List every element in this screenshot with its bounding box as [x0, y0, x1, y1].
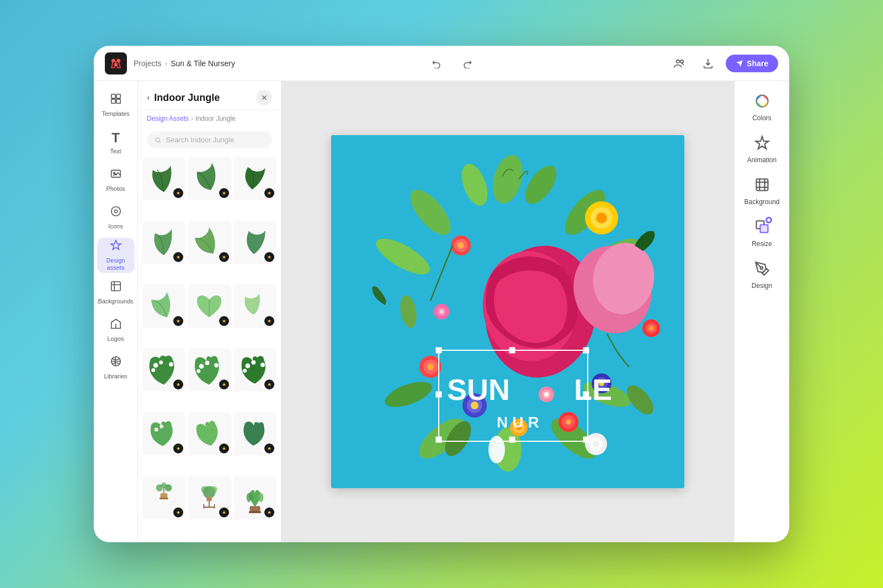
design-assets-label: Design assets: [97, 257, 135, 271]
svg-text:LE: LE: [574, 373, 612, 406]
svg-text:NUR: NUR: [497, 414, 544, 431]
asset-star[interactable]: ★: [173, 316, 183, 326]
svg-rect-110: [583, 437, 589, 442]
sidebar-item-photos[interactable]: Photos: [97, 163, 135, 198]
asset-item[interactable]: ★: [142, 221, 185, 264]
asset-item[interactable]: ★: [142, 285, 185, 328]
asset-item[interactable]: ★: [233, 221, 276, 264]
assets-grid: ★ ★ ★: [138, 153, 281, 542]
canvas-wrapper: SUN LE NUR: [331, 135, 684, 488]
svg-point-41: [210, 487, 217, 494]
asset-item[interactable]: ★: [233, 413, 276, 456]
asset-star[interactable]: ★: [219, 379, 229, 389]
asset-star[interactable]: ★: [219, 507, 229, 517]
app-window: Projects › Sun & Tile Nursery: [94, 46, 789, 542]
asset-item[interactable]: ★: [142, 413, 185, 456]
right-tool-background[interactable]: Background: [740, 172, 784, 211]
asset-item[interactable]: ★: [188, 157, 231, 200]
svg-rect-117: [756, 179, 768, 191]
asset-item[interactable]: ★: [233, 285, 276, 328]
svg-rect-114: [583, 392, 589, 397]
undo-button[interactable]: [425, 52, 448, 74]
main-content: Templates T Text Photos: [94, 81, 789, 542]
search-wrap: [147, 131, 272, 148]
svg-point-3: [114, 63, 118, 66]
breadcrumb-current[interactable]: Sun & Tile Nursery: [171, 59, 235, 68]
header: Projects › Sun & Tile Nursery: [94, 46, 789, 81]
svg-rect-113: [436, 392, 442, 397]
breadcrumb: Projects › Sun & Tile Nursery: [134, 59, 235, 68]
right-tool-animation[interactable]: Animation: [740, 130, 784, 169]
asset-star[interactable]: ★: [219, 252, 229, 262]
asset-item[interactable]: ★: [188, 349, 231, 392]
asset-item[interactable]: ★: [188, 413, 231, 456]
svg-point-22: [169, 362, 173, 367]
colors-label: Colors: [752, 114, 772, 122]
svg-point-77: [566, 419, 571, 425]
asset-star[interactable]: ★: [219, 443, 229, 453]
asset-item[interactable]: ★: [142, 349, 185, 392]
asset-item[interactable]: ★: [233, 349, 276, 392]
asset-star[interactable]: ★: [173, 252, 183, 262]
sidebar-item-backgrounds[interactable]: Backgrounds: [97, 275, 135, 311]
redo-button[interactable]: [456, 52, 478, 74]
share-label: Share: [747, 59, 768, 68]
asset-star[interactable]: ★: [264, 252, 274, 262]
right-tool-resize[interactable]: Resize: [740, 213, 784, 253]
asset-item[interactable]: ★: [142, 476, 185, 519]
svg-rect-48: [249, 511, 261, 513]
design-assets-icon: [110, 239, 122, 255]
svg-rect-112: [509, 437, 515, 442]
asset-item[interactable]: ★: [188, 476, 231, 519]
right-sidebar: Colors Animation: [734, 81, 789, 542]
svg-point-40: [201, 487, 209, 494]
asset-star[interactable]: ★: [173, 507, 183, 517]
svg-rect-107: [436, 348, 442, 353]
resize-label: Resize: [752, 240, 772, 248]
sidebar-item-libraries[interactable]: Libraries: [97, 350, 135, 386]
asset-item[interactable]: ★: [142, 157, 185, 200]
svg-point-13: [114, 210, 118, 213]
breadcrumb-indoor-jungle: Indoor Jungle: [195, 115, 236, 122]
asset-item[interactable]: ★: [233, 476, 276, 519]
asset-item[interactable]: ★: [188, 221, 231, 264]
sidebar-item-design-assets[interactable]: Design assets: [97, 238, 135, 273]
resize-icon: [754, 219, 770, 238]
download-button[interactable]: [697, 52, 719, 74]
canvas-area[interactable]: SUN LE NUR: [281, 81, 734, 542]
background-icon: [754, 177, 770, 196]
svg-point-31: [155, 427, 158, 431]
asset-star[interactable]: ★: [264, 507, 274, 517]
asset-item[interactable]: ★: [188, 285, 231, 328]
left-sidebar: Templates T Text Photos: [94, 81, 138, 542]
svg-point-74: [427, 364, 434, 370]
right-tool-colors[interactable]: Colors: [740, 88, 784, 127]
share-button[interactable]: Share: [726, 55, 778, 72]
asset-star[interactable]: ★: [219, 188, 229, 198]
asset-star[interactable]: ★: [219, 316, 229, 326]
collaborate-button[interactable]: [668, 52, 690, 74]
svg-point-71: [648, 325, 654, 331]
sidebar-item-text[interactable]: T Text: [97, 125, 135, 161]
sidebar-item-logos[interactable]: Logos: [97, 313, 135, 348]
asset-item[interactable]: ★: [233, 157, 276, 200]
canvas-image: SUN LE NUR: [331, 135, 684, 488]
panel-close-button[interactable]: ✕: [257, 90, 272, 105]
breadcrumb-design-assets[interactable]: Design Assets: [147, 115, 189, 122]
asset-star[interactable]: ★: [173, 188, 183, 198]
asset-star[interactable]: ★: [264, 316, 274, 326]
asset-star[interactable]: ★: [264, 443, 274, 453]
svg-point-18: [156, 137, 159, 141]
sidebar-item-icons[interactable]: Icons: [97, 200, 135, 236]
right-tool-design[interactable]: Design: [740, 255, 784, 295]
header-actions: Share: [668, 52, 778, 74]
sidebar-item-templates[interactable]: Templates: [97, 88, 135, 123]
svg-point-2: [111, 59, 115, 62]
svg-rect-6: [111, 94, 115, 98]
panel-back-button[interactable]: ‹: [147, 93, 150, 103]
search-input[interactable]: [166, 136, 264, 144]
breadcrumb-parent[interactable]: Projects: [134, 59, 162, 68]
backgrounds-label: Backgrounds: [98, 298, 133, 305]
asset-star[interactable]: ★: [264, 188, 274, 198]
svg-point-124: [767, 218, 770, 222]
